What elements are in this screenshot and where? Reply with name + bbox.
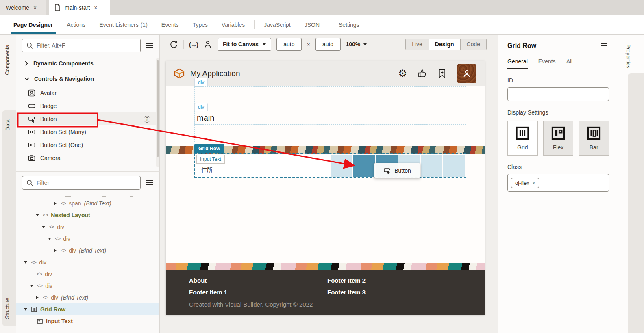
component-button-set-one[interactable]: Button Set (One) (16, 138, 159, 151)
grid-cell[interactable] (443, 155, 465, 177)
tree-item-div-bind-text[interactable]: <>div(Bind Text) (16, 292, 159, 303)
tab-page-designer[interactable]: Page Designer (7, 15, 60, 34)
structure-filter[interactable] (22, 176, 141, 190)
tree-label: div (45, 283, 52, 289)
tree-item-div[interactable]: <>div (16, 280, 159, 292)
grid-row-tag[interactable]: Grid Row (194, 144, 224, 153)
tab-events[interactable]: Events (154, 15, 186, 34)
caret-down-icon[interactable] (47, 238, 52, 240)
flex-layout-icon (550, 125, 566, 141)
tree-item-div[interactable]: <>div (16, 221, 159, 233)
bookmark-plus-icon[interactable] (438, 69, 446, 78)
grid-cell[interactable] (331, 155, 352, 177)
rail-tab-components[interactable]: Components (4, 45, 10, 75)
menu-icon[interactable] (599, 41, 609, 51)
id-input[interactable] (507, 87, 609, 101)
tab-label: Events (161, 22, 179, 28)
close-icon[interactable]: × (94, 4, 97, 11)
tab-actions[interactable]: Actions (60, 15, 92, 34)
grid-cell[interactable] (421, 155, 442, 177)
mode-live-button[interactable]: Live (406, 39, 429, 50)
tab-json[interactable]: JSON (298, 15, 326, 34)
display-option-bar[interactable]: Bar (579, 121, 609, 156)
div-tag[interactable]: div (194, 103, 208, 111)
grid-row-selection[interactable]: Input Text 住所 Button (194, 153, 466, 178)
input-text-component[interactable]: Input Text 住所 (196, 155, 330, 177)
menu-icon[interactable] (145, 178, 154, 188)
canvas-width-input[interactable] (276, 38, 302, 51)
caret-right-icon[interactable] (53, 202, 58, 205)
scrollbar-thumb[interactable] (157, 60, 159, 157)
tab-settings[interactable]: Settings (332, 15, 366, 34)
component-button[interactable]: Button ? (16, 112, 159, 125)
tree-item-span[interactable]: <>span(Bind Text) (16, 197, 159, 209)
user-avatar[interactable] (457, 64, 476, 83)
canvas-height-input[interactable] (315, 38, 341, 51)
tab-types[interactable]: Types (186, 15, 215, 34)
tree-item-div[interactable]: <>div (16, 233, 159, 244)
forward-action-icon[interactable]: (→) (189, 41, 198, 48)
tree-item-nested-layout[interactable]: <>Nested Layout (16, 209, 159, 221)
main-text-block[interactable]: main (194, 111, 466, 125)
structure-filter-input[interactable] (37, 179, 136, 186)
footer-link-item1[interactable]: Footer Item 1 (189, 289, 327, 296)
components-filter[interactable] (22, 39, 141, 52)
zoom-select[interactable]: 100% (346, 41, 367, 48)
gear-icon[interactable]: ⚙ (398, 69, 407, 78)
grid-cell-drop-target[interactable] (353, 155, 375, 177)
fit-to-canvas-select[interactable]: Fit to Canvas (218, 38, 271, 51)
tree-suffix: (Bind Text) (79, 247, 106, 254)
component-button-set-many[interactable]: Button Set (Many) (16, 125, 159, 138)
tab-javascript[interactable]: JavaScript (257, 15, 297, 34)
design-canvas[interactable]: My Application ⚙ div div main Grid Row I… (166, 61, 485, 315)
caret-right-icon[interactable] (35, 296, 40, 299)
rail-tab-properties[interactable]: Properties (625, 44, 631, 68)
section-dynamic-components[interactable]: Dynamic Components (16, 56, 159, 71)
component-avatar[interactable]: Avatar (16, 86, 159, 99)
tab-welcome[interactable]: Welcome × (0, 0, 46, 15)
tab-all[interactable]: All (566, 58, 573, 69)
tab-variables[interactable]: Variables (215, 15, 252, 34)
caret-down-icon[interactable] (35, 214, 40, 216)
thumbs-up-icon[interactable] (418, 69, 427, 78)
caret-down-icon[interactable] (23, 308, 28, 311)
section-controls-navigation[interactable]: Controls & Navigation (16, 71, 159, 86)
component-camera[interactable]: Camera (16, 151, 159, 164)
caret-down-icon[interactable] (41, 226, 46, 228)
div-tag[interactable]: div (194, 78, 208, 86)
footer-link-item3[interactable]: Footer Item 3 (327, 289, 485, 296)
mode-code-button[interactable]: Code (460, 39, 486, 50)
app-header[interactable]: My Application ⚙ (166, 61, 485, 86)
class-input[interactable]: oj-flex × (507, 174, 609, 192)
tab-events[interactable]: Events (538, 58, 556, 69)
tab-label: Variables (222, 22, 245, 28)
mode-design-button[interactable]: Design (429, 39, 460, 50)
close-icon[interactable]: × (33, 4, 37, 11)
scrollbar[interactable] (156, 58, 159, 167)
rail-tab-structure[interactable]: Structure (4, 298, 10, 319)
tree-item-div[interactable]: <>div (16, 268, 159, 280)
component-badge[interactable]: Badge (16, 99, 159, 112)
tab-event-listeners[interactable]: Event Listeners(1) (92, 15, 154, 34)
tab-main-start[interactable]: main-start × (49, 0, 110, 15)
help-icon[interactable]: ? (144, 116, 150, 123)
components-filter-input[interactable] (37, 42, 136, 49)
tree-item-input-text[interactable]: Input Text (16, 315, 159, 327)
remove-chip-icon[interactable]: × (532, 180, 535, 186)
footer-link-about[interactable]: About (189, 277, 327, 284)
display-option-flex[interactable]: Flex (543, 121, 574, 156)
input-text-tag[interactable]: Input Text (196, 155, 225, 164)
menu-icon[interactable] (145, 41, 154, 50)
caret-down-icon[interactable] (23, 261, 28, 264)
refresh-icon[interactable] (170, 40, 178, 49)
caret-down-icon[interactable] (29, 285, 34, 287)
display-option-grid[interactable]: Grid (507, 121, 538, 156)
tree-item-div[interactable]: <>div (16, 256, 159, 268)
caret-right-icon[interactable] (53, 249, 58, 252)
rail-tab-data[interactable]: Data (4, 119, 11, 130)
tab-general[interactable]: General (507, 58, 528, 69)
tree-item-div-bind-text[interactable]: <>div(Bind Text) (16, 244, 159, 256)
persona-icon[interactable] (203, 40, 212, 49)
footer-link-item2[interactable]: Footer Item 2 (327, 277, 485, 284)
tree-item-grid-row[interactable]: Grid Row (16, 303, 159, 315)
